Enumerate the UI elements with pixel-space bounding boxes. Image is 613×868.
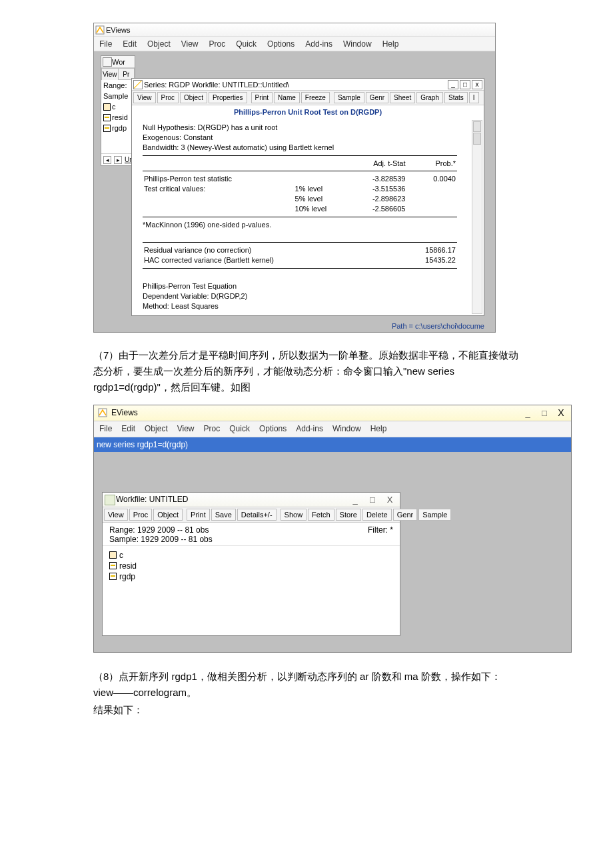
- close-button[interactable]: x: [472, 80, 482, 89]
- menu-file[interactable]: File: [99, 39, 112, 49]
- tb-sample[interactable]: Sample: [418, 509, 451, 521]
- menubar: File Edit Object View Proc Quick Options…: [94, 421, 571, 437]
- next-tab-icon[interactable]: ▸: [114, 156, 122, 164]
- sheet-tabs: ◂ ▸ Un: [101, 153, 135, 165]
- tb-proc[interactable]: Proc: [129, 509, 153, 521]
- eviews-icon: [94, 24, 106, 36]
- coef-icon: [109, 551, 117, 559]
- list-item[interactable]: resid: [109, 561, 393, 571]
- menu-edit[interactable]: Edit: [121, 424, 135, 433]
- minimize-button[interactable]: _: [520, 407, 535, 419]
- series-icon: [103, 125, 111, 132]
- equation-line: Dependent Variable: D(RGDP,2): [143, 291, 457, 301]
- divider: [143, 268, 457, 269]
- tb-freeze[interactable]: Freeze: [301, 92, 330, 103]
- menu-window[interactable]: Window: [332, 424, 361, 433]
- divider: [143, 155, 457, 156]
- tb-proc[interactable]: Proc: [157, 92, 179, 103]
- menu-quick[interactable]: Quick: [236, 39, 257, 49]
- series-title: Series: RGDP Workfile: UNTITLED::Untitle…: [144, 81, 289, 89]
- menu-file[interactable]: File: [99, 424, 112, 433]
- minimize-button[interactable]: _: [348, 493, 362, 505]
- tb-ident[interactable]: I: [469, 92, 479, 103]
- list-item[interactable]: c: [101, 101, 135, 112]
- close-button[interactable]: X: [382, 493, 397, 505]
- workfile-window: Workfile: UNTITLED _ □ X View Proc Objec…: [102, 492, 400, 636]
- paragraph: 结果如下：: [93, 702, 520, 718]
- menu-view[interactable]: View: [181, 39, 199, 49]
- tb-name[interactable]: Name: [274, 92, 300, 103]
- test-output: Null Hypothesis: D(RGDP) has a unit root…: [132, 119, 484, 315]
- test-title: Phillips-Perron Unit Root Test on D(RGDP…: [132, 105, 484, 119]
- menu-quick[interactable]: Quick: [229, 424, 250, 433]
- list-item[interactable]: rgdp: [109, 571, 393, 582]
- maximize-button[interactable]: □: [460, 80, 470, 89]
- menu-help[interactable]: Help: [382, 39, 399, 49]
- tb-sample[interactable]: Sample: [334, 92, 364, 103]
- hypothesis-line: Bandwidth: 3 (Newey-West automatic) usin…: [143, 143, 457, 153]
- tb-delete[interactable]: Delete: [362, 509, 392, 521]
- tb-graph[interactable]: Graph: [416, 92, 443, 103]
- eviews-icon: [94, 408, 111, 417]
- document-text: （7）由于一次差分后才是平稳时间序列，所以数据为一阶单整。原始数据非平稳，不能直…: [93, 347, 520, 395]
- menu-proc[interactable]: Proc: [209, 39, 226, 49]
- tb-save[interactable]: Save: [211, 509, 236, 521]
- list-item[interactable]: rgdp: [101, 123, 135, 133]
- tb-properties[interactable]: Properties: [209, 92, 247, 103]
- tb-object[interactable]: Object: [153, 509, 183, 521]
- document-text: （8）点开新序列 rgdp1，做相关图分析，以判断动态序列的 ar 阶数和 ma…: [93, 669, 520, 718]
- menu-window[interactable]: Window: [343, 39, 372, 49]
- filter-label: Filter: *: [368, 525, 393, 544]
- tb-object[interactable]: Object: [180, 92, 207, 103]
- status-bar: Path = c:\users\choi\docume: [94, 320, 495, 332]
- series-icon: [103, 114, 111, 121]
- workfile-title: Workfile: UNTITLED: [116, 495, 188, 504]
- tb-genr[interactable]: Genr: [366, 92, 388, 103]
- command-input[interactable]: new series rgdp1=d(rgdp): [94, 437, 571, 452]
- coef-icon: [103, 103, 111, 111]
- menu-help[interactable]: Help: [370, 424, 387, 433]
- minimize-button[interactable]: _: [448, 80, 458, 89]
- series-window: Series: RGDP Workfile: UNTITLED::Untitle…: [131, 78, 484, 316]
- tb-fetch[interactable]: Fetch: [308, 509, 334, 521]
- tb-stats[interactable]: Stats: [444, 92, 468, 103]
- tb-genr[interactable]: Genr: [393, 509, 417, 521]
- menu-proc[interactable]: Proc: [204, 424, 221, 433]
- tb-view[interactable]: View: [104, 509, 128, 521]
- menu-object[interactable]: Object: [147, 39, 171, 49]
- tb-print[interactable]: Print: [251, 92, 273, 103]
- menu-edit[interactable]: Edit: [123, 39, 137, 49]
- equation-line: Method: Least Squares: [143, 301, 457, 311]
- prev-tab-icon[interactable]: ◂: [103, 156, 111, 164]
- tb-print[interactable]: Print: [187, 509, 210, 521]
- menu-view[interactable]: View: [177, 424, 195, 433]
- menu-options[interactable]: Options: [259, 424, 287, 433]
- range-row: Range: 1929 2009 -- 81 obs Sample: 1929 …: [103, 523, 400, 546]
- object-list: c resid rgdp: [103, 546, 400, 635]
- divider: [143, 171, 457, 171]
- maximize-button[interactable]: □: [537, 407, 552, 419]
- menu-options[interactable]: Options: [267, 39, 295, 49]
- tb-details[interactable]: Details+/-: [237, 509, 277, 521]
- series-toolbar: View Proc Object Properties Print Name F…: [132, 91, 484, 105]
- mackinnon-note: *MacKinnon (1996) one-sided p-values.: [143, 220, 457, 230]
- variance-table: Residual variance (no correction)15866.1…: [143, 245, 457, 265]
- side-view-button[interactable]: View: [101, 68, 118, 80]
- workfile-toolbar: View Proc Object Print Save Details+/- S…: [103, 507, 400, 523]
- maximize-button[interactable]: □: [365, 493, 380, 505]
- list-item[interactable]: resid: [101, 112, 135, 123]
- client-area: Wor ViewPr Range: Sample c resid rgdp ◂ …: [94, 51, 495, 320]
- tb-show[interactable]: Show: [281, 509, 307, 521]
- menu-addins[interactable]: Add-ins: [305, 39, 332, 49]
- hypothesis-line: Exogenous: Constant: [143, 133, 457, 143]
- close-button[interactable]: X: [554, 407, 568, 419]
- sample-label: Sample: [101, 91, 135, 101]
- tb-sheet[interactable]: Sheet: [390, 92, 415, 103]
- tb-store[interactable]: Store: [336, 509, 361, 521]
- scrollbar[interactable]: [472, 120, 482, 314]
- menu-addins[interactable]: Add-ins: [296, 424, 323, 433]
- list-item[interactable]: c: [109, 550, 393, 561]
- menu-object[interactable]: Object: [145, 424, 168, 433]
- workfile-title: Wor: [101, 56, 135, 68]
- tb-view[interactable]: View: [133, 92, 156, 103]
